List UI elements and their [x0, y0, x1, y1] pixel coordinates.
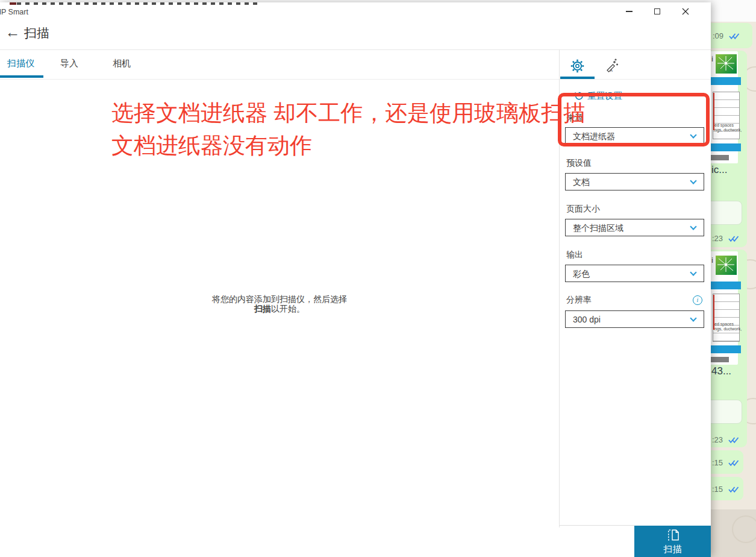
- page-size-value: 整个扫描区域: [573, 223, 623, 234]
- window-title: HP Smart: [0, 6, 31, 16]
- wa-timestamp: :23: [712, 435, 723, 444]
- annotation-highlight-box: [558, 93, 710, 146]
- chevron-down-icon: [690, 315, 696, 321]
- wa-timestamp: :23: [712, 234, 723, 243]
- scan-document-icon: [665, 527, 681, 543]
- wa-document-open-button[interactable]: [711, 400, 742, 424]
- header-divider: [0, 49, 711, 50]
- annotation-line1: 选择文档进纸器 却不工作，还是使用玻璃板扫描: [111, 97, 586, 130]
- tab-scanner[interactable]: 扫描仪: [7, 58, 34, 69]
- maximize-icon: [654, 8, 660, 14]
- annotation-line2: 文档进纸器没有动作: [111, 130, 586, 162]
- wa-document-filename: ic...: [711, 164, 727, 176]
- wa-footer-haze: [711, 509, 756, 557]
- doc-gray-bar: [711, 155, 729, 160]
- doc-gray-bar: [711, 357, 729, 362]
- tabstrip-divider: [0, 79, 711, 80]
- magic-wand-icon: A: [604, 58, 619, 74]
- close-icon: [682, 8, 689, 15]
- doc-snippet-line: ed spaces: [714, 322, 742, 327]
- tab-enhance[interactable]: A: [599, 55, 623, 76]
- tab-camera[interactable]: 相机: [113, 58, 131, 69]
- doc-blue-bar: [711, 143, 741, 151]
- active-panel-tab-underline: [560, 77, 595, 79]
- annotation-text: 选择文档进纸器 却不工作，还是使用玻璃板扫描 文档进纸器没有动作: [111, 97, 586, 162]
- resolution-dropdown[interactable]: 300 dpi: [565, 310, 704, 328]
- minimize-icon: [626, 11, 633, 12]
- wa-document-filename: 43...: [711, 365, 731, 377]
- maximize-button[interactable]: [645, 2, 669, 20]
- doc-snippet-line: ngs, ductwork,: [714, 327, 742, 332]
- doc-snippet-line: ngs, ductwork,: [714, 128, 742, 133]
- page-size-label: 页面大小: [566, 204, 600, 215]
- scan-button-label: 扫描: [664, 544, 682, 555]
- doc-snippet-line: ed spaces: [714, 123, 742, 128]
- scan-header: ← 扫描: [0, 19, 711, 49]
- minimize-button[interactable]: [617, 2, 641, 20]
- svg-text:A: A: [610, 68, 613, 72]
- aramco-logo: [716, 54, 737, 74]
- read-receipt-double-check-icon: [728, 436, 739, 444]
- chevron-down-icon: [690, 223, 696, 230]
- background-fragment: [10, 2, 16, 5]
- panel-footer-divider: [559, 525, 634, 526]
- scan-button[interactable]: 扫描: [634, 526, 711, 557]
- chevron-down-icon: [690, 269, 696, 275]
- resolution-value: 300 dpi: [573, 315, 601, 324]
- whatsapp-background-window: :09 i ed spaces ngs,: [711, 0, 756, 557]
- doc-blue-bar: [711, 345, 741, 353]
- close-button[interactable]: [673, 2, 698, 20]
- tab-import[interactable]: 导入: [60, 58, 78, 69]
- output-value: 彩色: [573, 269, 590, 280]
- resolution-label: 分辨率: [566, 295, 592, 306]
- read-receipt-double-check-icon: [728, 486, 739, 493]
- preset-value: 文档: [573, 177, 590, 188]
- doc-heading-fragment: i: [711, 54, 713, 63]
- background-screen-strip: [0, 2, 711, 5]
- read-receipt-double-check-icon: [728, 459, 739, 467]
- wa-timestamp: :09: [713, 31, 723, 40]
- doc-table: [713, 294, 740, 342]
- wa-document-open-button[interactable]: [711, 201, 742, 225]
- background-fragment: [17, 2, 258, 5]
- gear-icon: [570, 58, 585, 74]
- output-dropdown[interactable]: 彩色: [565, 265, 704, 282]
- info-icon[interactable]: i: [693, 295, 702, 305]
- preset-dropdown[interactable]: 文档: [565, 173, 704, 190]
- wa-timestamp: :15: [712, 485, 723, 494]
- aramco-logo: [716, 256, 737, 275]
- screen: :09 i ed spaces ngs,: [0, 0, 756, 557]
- page-title: 扫描: [24, 25, 49, 42]
- wa-timestamp: :15: [712, 458, 723, 467]
- window-controls: [617, 2, 698, 20]
- read-receipt-double-check-icon: [728, 235, 739, 242]
- page-size-dropdown[interactable]: 整个扫描区域: [565, 219, 704, 236]
- chevron-down-icon: [690, 177, 696, 184]
- hp-smart-window: HP Smart ← 扫描 扫描仪 导入 相机: [0, 2, 711, 557]
- empty-state-line1: 将您的内容添加到扫描仪，然后选择: [0, 294, 559, 304]
- doc-heading-fragment: i: [711, 256, 713, 265]
- read-receipt-double-check-icon: [729, 33, 740, 40]
- empty-state-message: 将您的内容添加到扫描仪，然后选择 扫描以开始。: [0, 294, 559, 313]
- active-tab-underline: [0, 75, 43, 78]
- doc-blue-bar: [711, 77, 741, 85]
- doc-blue-bar: [711, 282, 741, 289]
- background-window-strip: [711, 0, 756, 22]
- empty-state-line2: 扫描以开始。: [0, 304, 559, 313]
- output-label: 输出: [566, 250, 583, 260]
- tab-scan-settings[interactable]: [565, 55, 589, 76]
- back-button[interactable]: ←: [4, 23, 22, 41]
